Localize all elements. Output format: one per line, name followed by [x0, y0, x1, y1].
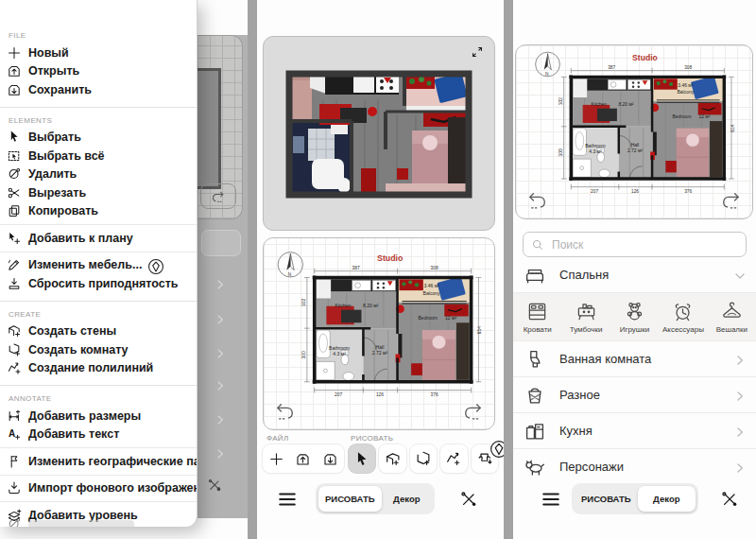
undo-button[interactable]: [525, 189, 548, 212]
dim-add-icon: [7, 409, 22, 424]
subcategory-beds[interactable]: Кровати: [513, 293, 561, 340]
category-row-bedroom[interactable]: Спальня: [513, 257, 756, 292]
tab-draw[interactable]: РИСОВАТЬ: [318, 486, 382, 512]
room-label-bathroom: Bathroom: [585, 144, 605, 148]
subcategory-accessories[interactable]: Аксессуары: [659, 293, 707, 340]
room-area-bedroom: 12 м²: [445, 315, 457, 321]
menu-item-copy[interactable]: Копировать: [0, 202, 197, 221]
delete-icon: [7, 166, 22, 182]
2d-plan-card[interactable]: 387 308 302 300 614 207 126 376 Kitchen …: [263, 237, 495, 430]
sub-teddy-icon: [623, 300, 646, 323]
category-row-bathroom[interactable]: Ванная комната: [513, 340, 756, 376]
compass-label: N: [288, 272, 292, 277]
search-box[interactable]: [523, 232, 747, 257]
file-open-button[interactable]: [294, 449, 313, 468]
dim-bottom-left: 207: [335, 392, 342, 397]
geo-icon: [7, 454, 22, 469]
dimmed-search-input: [201, 230, 241, 256]
tool-select-button[interactable]: [349, 444, 375, 473]
menu-item-partial[interactable]: [7, 516, 134, 527]
menu-item-edit-geo[interactable]: Изменить географические параме: [0, 452, 197, 471]
mode-switcher: РИСОВАТЬДекор: [316, 483, 435, 514]
room-area-kitchen: 8.20 м²: [363, 303, 379, 308]
tools-button[interactable]: [459, 490, 478, 509]
premium-badge-icon: [490, 441, 501, 451]
category-row-misc[interactable]: Разное: [513, 376, 756, 412]
tool-create-room-button[interactable]: [410, 444, 437, 473]
category-row-kitchen[interactable]: Кухня: [513, 412, 756, 448]
plan-title: Studio: [377, 253, 404, 263]
menu-item-reset-elevation[interactable]: Сбросить приподнятость: [0, 274, 197, 293]
cat-dog-icon: [524, 456, 546, 478]
dim-top-left: 387: [608, 65, 615, 70]
tab-draw[interactable]: РИСОВАТЬ: [575, 486, 638, 512]
file-new-button[interactable]: [266, 449, 285, 468]
3d-view-card[interactable]: [263, 36, 495, 231]
dim-left-bottom: 300: [558, 148, 563, 156]
dim-top-left: 387: [352, 266, 360, 270]
undo-button[interactable]: [273, 400, 296, 423]
bedroom-subcategories: КроватиТумбочкиИгрушкиАксессуарыВешалки: [513, 292, 756, 340]
menu-item-add-to-plan[interactable]: Добавить к плану: [0, 229, 197, 248]
file-save-button[interactable]: [321, 449, 340, 468]
room-area-kitchen: 8.20 м²: [618, 102, 633, 107]
subcategory-label: Игрушки: [620, 325, 649, 334]
category-label: Спальня: [559, 268, 609, 282]
tool-furniture-button[interactable]: [472, 444, 498, 473]
menu-item-select[interactable]: Выбрать: [0, 129, 197, 148]
tool-wall-icon: [385, 450, 402, 467]
cat-kitchen-icon: [524, 420, 546, 443]
redo-button[interactable]: [720, 189, 743, 212]
expand-icon[interactable]: [470, 44, 485, 60]
2d-plan-card[interactable]: 387 308 302 300 614 207 126 376 Kitchen …: [515, 44, 753, 219]
dim-right: 614: [730, 124, 735, 131]
catalog-list: СпальняКроватиТумбочкиИгрушкиАксессуарыВ…: [513, 257, 756, 484]
menu-item-create-walls[interactable]: Создать стены: [0, 322, 197, 341]
menu-item-select-all[interactable]: Выбрать всё: [0, 147, 197, 165]
chevron-down-icon: [732, 269, 746, 282]
menu-item-delete[interactable]: Удалить: [0, 165, 197, 184]
tab-decor[interactable]: Декор: [382, 486, 432, 512]
room-area-bedroom: 12 м²: [698, 114, 710, 119]
menu-item-label: Сохранить: [28, 83, 92, 96]
hamburger-menu-button[interactable]: [540, 489, 562, 510]
tools-button[interactable]: [720, 490, 739, 509]
subcategory-hangers[interactable]: Вешалки: [708, 293, 756, 340]
tab-decor[interactable]: Декор: [638, 486, 696, 512]
tool-create-polyline-button[interactable]: [440, 444, 467, 473]
category-row-characters[interactable]: Персонажи: [513, 448, 756, 484]
menu-item-label: Удалить: [28, 167, 77, 181]
search-input[interactable]: [550, 237, 738, 252]
menu-item-new[interactable]: Новый: [0, 43, 197, 62]
subcategory-label: Тумбочки: [570, 325, 603, 334]
menu-item-label: Изменить географические параме: [28, 455, 197, 468]
chevron-right-icon: [213, 412, 226, 426]
menu-item-cut[interactable]: Вырезать: [0, 183, 197, 202]
menu-item-import-background[interactable]: Импорт фонового изображения...: [0, 479, 197, 498]
menu-item-edit-furniture[interactable]: Изменить мебель...: [0, 256, 197, 275]
menu-item-create-room[interactable]: Создать комнату: [0, 340, 197, 359]
plan-title: Studio: [632, 53, 658, 62]
cat-bed-icon: [524, 264, 546, 287]
dim-bottom-right: 376: [430, 392, 438, 397]
menu-item-open[interactable]: Открыть: [0, 62, 197, 81]
room-label-balcony: Balcony: [678, 90, 695, 95]
menu-item-label: Сбросить приподнятость: [28, 277, 178, 290]
menu-item-add-text[interactable]: AДобавить текст: [0, 426, 197, 444]
room-label-hall: Hall: [376, 344, 385, 350]
search-icon: [531, 238, 544, 252]
dim-left-bottom: 300: [301, 351, 306, 358]
hamburger-menu-button[interactable]: [276, 489, 299, 510]
subcategory-toys[interactable]: Игрушки: [610, 293, 659, 340]
chevron-right-icon: [213, 446, 226, 460]
menu-item-add-dimensions[interactable]: Добавить размеры: [0, 407, 197, 426]
subcategory-nightstands[interactable]: Тумбочки: [561, 293, 610, 340]
file-toolbar-label: ФАЙЛ: [266, 434, 288, 443]
tool-create-walls-button[interactable]: [379, 444, 405, 473]
menu-item-create-polyline[interactable]: Создание полилиний: [0, 359, 197, 378]
menu-item-save[interactable]: Сохранить: [0, 80, 197, 99]
sub-bed-icon: [525, 300, 549, 323]
dim-left-top: 302: [301, 298, 306, 305]
redo-button[interactable]: [462, 400, 485, 423]
menu-item-label: Выбрать всё: [28, 149, 105, 163]
